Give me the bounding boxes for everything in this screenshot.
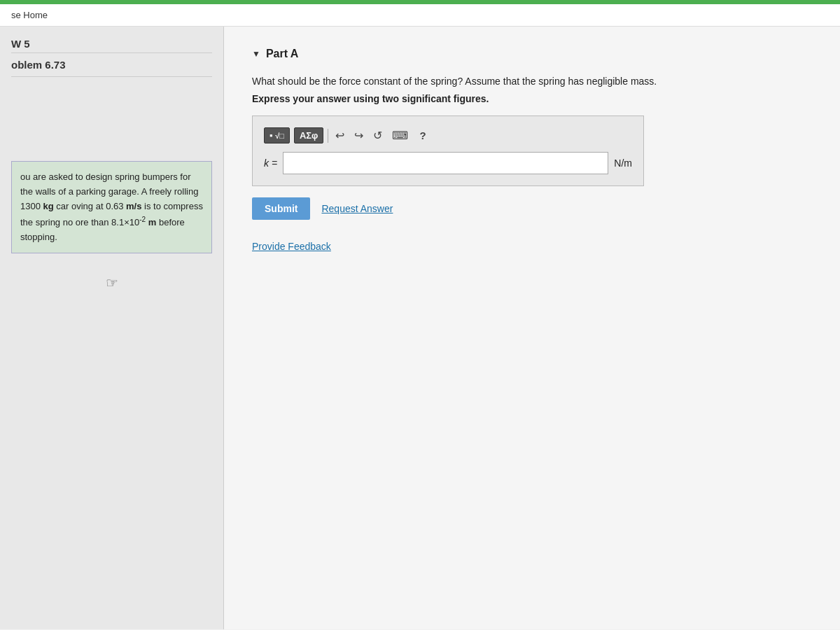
answer-container: ▪ √□ ΑΣφ ↩ ↪ ↺ ⌨ bbox=[252, 115, 644, 186]
collapse-arrow-icon[interactable]: ▼ bbox=[252, 49, 260, 59]
sidebar: W 5 oblem 6.73 ou are asked to design sp… bbox=[0, 27, 224, 629]
toolbar-separator bbox=[328, 129, 328, 143]
sqrt-label: √□ bbox=[275, 132, 284, 140]
input-row: k = N/m bbox=[264, 152, 632, 174]
redo-icon: ↪ bbox=[354, 130, 363, 141]
part-a-header: ▼ Part A bbox=[252, 48, 812, 60]
k-label: k = bbox=[264, 158, 277, 169]
request-answer-button[interactable]: Request Answer bbox=[321, 203, 393, 214]
undo-button[interactable]: ↩ bbox=[332, 127, 347, 144]
content-area: ▼ Part A What should be the force consta… bbox=[224, 27, 840, 629]
greek-label: ΑΣφ bbox=[300, 130, 318, 141]
breadcrumb-text: se Home bbox=[11, 10, 48, 20]
unit-label: N/m bbox=[614, 158, 632, 169]
refresh-icon: ↺ bbox=[373, 130, 382, 141]
problem-label-text: oblem 6.73 bbox=[11, 59, 66, 71]
breadcrumb: se Home bbox=[0, 4, 840, 27]
greek-button[interactable]: ΑΣφ bbox=[294, 127, 324, 144]
hw-label-text: W 5 bbox=[11, 38, 30, 50]
cursor-icon: ☞ bbox=[11, 274, 212, 291]
undo-icon: ↩ bbox=[335, 130, 344, 141]
help-button[interactable]: ? bbox=[415, 128, 430, 143]
provide-feedback-button[interactable]: Provide Feedback bbox=[252, 241, 331, 252]
submit-button[interactable]: Submit bbox=[252, 197, 310, 220]
sqrt-icon: ▪ bbox=[270, 130, 273, 141]
answer-toolbar: ▪ √□ ΑΣφ ↩ ↪ ↺ ⌨ bbox=[264, 127, 632, 144]
question-text: What should be the force constant of the… bbox=[252, 74, 812, 89]
answer-input[interactable] bbox=[283, 152, 608, 174]
instruction-text: Express your answer using two significan… bbox=[252, 93, 812, 104]
part-a-title: Part A bbox=[266, 48, 299, 60]
sqrt-button[interactable]: ▪ √□ bbox=[264, 127, 290, 144]
keyboard-icon: ⌨ bbox=[392, 130, 408, 141]
keyboard-button[interactable]: ⌨ bbox=[389, 127, 411, 144]
homework-label: W 5 bbox=[11, 38, 212, 53]
problem-label: oblem 6.73 bbox=[11, 59, 212, 77]
problem-text-box: ou are asked to design spring bumpers fo… bbox=[11, 161, 212, 253]
problem-text: ou are asked to design spring bumpers fo… bbox=[20, 172, 203, 242]
buttons-row: Submit Request Answer bbox=[252, 197, 812, 220]
redo-button[interactable]: ↪ bbox=[351, 127, 366, 144]
help-icon: ? bbox=[419, 130, 426, 141]
refresh-button[interactable]: ↺ bbox=[370, 127, 385, 144]
